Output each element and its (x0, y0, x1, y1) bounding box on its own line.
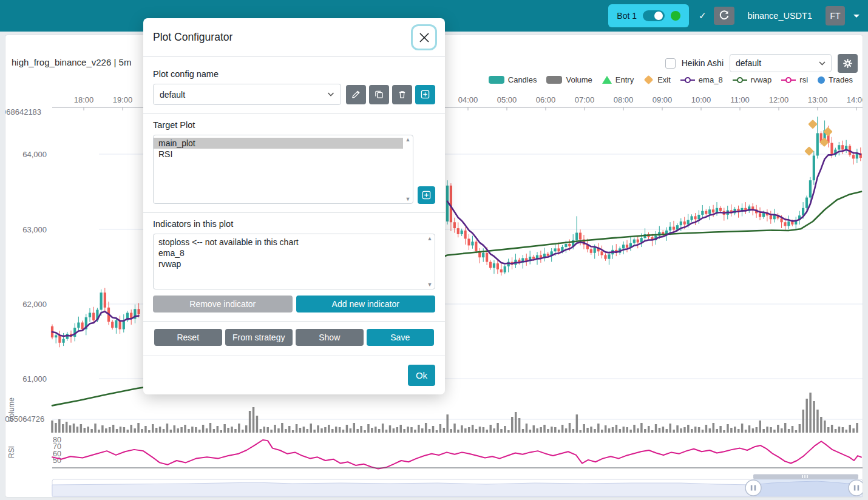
datazoom-right-handle[interactable] (849, 480, 863, 496)
trash-icon (398, 90, 407, 99)
save-button[interactable]: Save (367, 329, 435, 346)
time-axis-label: 04:00 (458, 95, 478, 104)
modal-header: Plot Configurator (143, 18, 445, 57)
scroll-down-icon[interactable]: ▼ (405, 196, 411, 202)
volume-bars (51, 393, 858, 433)
target-plot-option[interactable]: main_plot (154, 138, 403, 149)
bot-name-label: Bot 1 (617, 11, 637, 21)
reload-icon (719, 10, 730, 21)
copy-icon (375, 90, 384, 99)
price-axis-label: 63,000 (22, 225, 47, 234)
add-new-indicator-button[interactable]: Add new indicator (296, 296, 436, 312)
duplicate-config-button[interactable] (369, 85, 389, 104)
chevron-down-icon[interactable] (853, 15, 860, 18)
time-axis-label: 06:00 (536, 95, 556, 104)
show-button[interactable]: Show (296, 329, 364, 346)
close-icon (418, 32, 430, 44)
plot-config-name-label: Plot config name (153, 69, 435, 79)
pencil-icon (351, 90, 361, 99)
exit-marker-icon (804, 146, 814, 156)
price-axis-label: 62,000 (22, 300, 47, 309)
plot-configurator-modal: Plot Configurator Plot config name defau… (143, 18, 445, 394)
time-axis-label: 08:00 (614, 95, 634, 104)
delete-config-button[interactable] (392, 85, 412, 104)
modal-body: Plot config name default Target Plot m (143, 57, 445, 346)
ema8-line (52, 311, 139, 336)
indicator-option[interactable]: rvwap (154, 258, 425, 269)
add-config-button[interactable] (415, 85, 435, 104)
target-plot-option[interactable]: RSI (154, 149, 403, 160)
config-name-select[interactable]: default (153, 84, 341, 105)
bot-online-indicator (671, 11, 680, 21)
modal-title: Plot Configurator (153, 31, 232, 44)
price-axis-label: 64,000 (22, 150, 47, 159)
reset-button[interactable]: Reset (154, 329, 222, 346)
pair-label: binance_USDT1 (748, 11, 812, 21)
ok-button[interactable]: Ok (408, 365, 435, 386)
plus-square-icon (421, 90, 430, 99)
price-axis-label: 61,000 (22, 374, 47, 383)
datazoom-selection[interactable] (753, 479, 856, 496)
chevron-down-icon (327, 92, 334, 96)
price-axis-top-label: 068642183 (5, 107, 41, 117)
rsi-axis-title: RSI (7, 446, 16, 458)
indicator-option[interactable]: stoploss <-- not available in this chart (154, 237, 425, 248)
datazoom-move-handle[interactable] (753, 475, 858, 479)
plus-square-icon (422, 191, 431, 200)
datazoom-left-handle[interactable] (745, 480, 761, 496)
exit-marker-icon (808, 120, 818, 129)
volume-axis-title: Volume (7, 397, 16, 422)
rename-config-button[interactable] (346, 85, 366, 104)
time-axis-label: 05:00 (497, 95, 517, 104)
candle-series (446, 117, 862, 275)
time-axis-label: 09:00 (653, 95, 673, 104)
time-axis-label: 18:00 (74, 95, 94, 104)
time-axis-label: 11:00 (730, 95, 750, 104)
listbox-scrollbar[interactable]: ▲▼ (425, 234, 435, 289)
bot-toggle[interactable] (643, 10, 665, 21)
close-button[interactable] (413, 26, 435, 49)
bot-toggle-knob (654, 12, 663, 20)
scroll-down-icon[interactable]: ▼ (427, 282, 433, 288)
indicators-label: Indicators in this plot (153, 219, 435, 229)
target-plot-listbox[interactable]: main_plotRSI ▲▼ (153, 135, 413, 204)
scroll-up-icon[interactable]: ▲ (427, 235, 433, 242)
reload-button[interactable] (714, 7, 734, 25)
from-strategy-button[interactable]: From strategy (225, 329, 293, 346)
modal-footer: Ok (143, 356, 445, 394)
add-target-plot-button[interactable] (418, 186, 435, 204)
config-name-select-value: default (160, 90, 185, 100)
time-axis-label: 12:00 (769, 95, 789, 104)
indicators-listbox[interactable]: stoploss <-- not available in this chart… (153, 234, 435, 289)
time-axis-label: 14:00 (847, 95, 863, 104)
time-axis-label: 07:00 (575, 95, 595, 104)
remove-indicator-button[interactable]: Remove indicator (153, 296, 293, 312)
time-axis-label: 13:00 (808, 95, 828, 104)
scroll-up-icon[interactable]: ▲ (405, 137, 411, 143)
ema8-line (447, 150, 861, 264)
candle-series (51, 288, 140, 348)
datazoom-slider[interactable] (52, 475, 863, 497)
check-icon: ✓ (699, 10, 707, 21)
time-axis-label: 19:00 (113, 95, 133, 104)
listbox-scrollbar[interactable]: ▲▼ (403, 135, 413, 203)
time-axis-label: 10:00 (691, 95, 711, 104)
rsi-line (52, 440, 861, 469)
indicator-option[interactable]: ema_8 (154, 248, 425, 258)
target-plot-label: Target Plot (153, 120, 435, 130)
bot-selector[interactable]: Bot 1 (608, 4, 689, 27)
avatar[interactable]: FT (826, 6, 845, 25)
